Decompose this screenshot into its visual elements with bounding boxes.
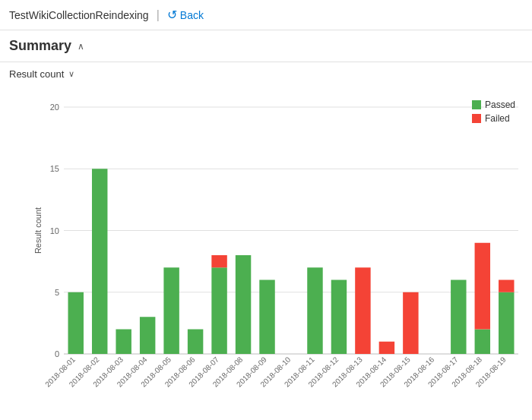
dropdown-arrow-icon[interactable]: ∨ xyxy=(68,69,74,79)
svg-rect-24 xyxy=(211,255,226,267)
svg-text:10: 10 xyxy=(50,226,59,235)
svg-rect-35 xyxy=(355,267,370,354)
legend-failed-label: Failed xyxy=(485,113,510,124)
svg-text:20: 20 xyxy=(50,103,59,112)
svg-rect-23 xyxy=(211,267,226,354)
svg-text:5: 5 xyxy=(55,288,59,297)
chart-legend: Passed Failed xyxy=(472,99,515,124)
dropdown-label: Result count xyxy=(9,68,64,80)
chevron-up-icon[interactable]: ∧ xyxy=(78,41,84,52)
svg-rect-21 xyxy=(188,330,203,355)
svg-rect-44 xyxy=(475,330,490,355)
svg-rect-17 xyxy=(140,317,155,354)
svg-rect-45 xyxy=(475,243,490,330)
svg-text:0: 0 xyxy=(55,349,59,358)
back-icon: ↺ xyxy=(167,8,177,22)
svg-rect-26 xyxy=(236,255,251,354)
legend-failed: Failed xyxy=(472,113,515,124)
svg-text:15: 15 xyxy=(50,164,59,173)
page-title: TestWikiCollectionReindexing xyxy=(9,9,149,21)
back-button[interactable]: ↺ Back xyxy=(167,8,204,22)
legend-passed: Passed xyxy=(472,99,515,110)
summary-section: Summary ∧ xyxy=(0,30,532,62)
svg-rect-31 xyxy=(307,267,322,354)
header-separator: | xyxy=(157,8,160,22)
legend-failed-box xyxy=(472,114,481,123)
svg-rect-19 xyxy=(163,267,179,354)
svg-rect-13 xyxy=(92,169,107,354)
legend-passed-box xyxy=(472,100,481,109)
chart-wrapper: Passed Failed 051015202018-08-012018-08-… xyxy=(9,92,523,396)
svg-rect-11 xyxy=(68,292,84,354)
bar-chart-svg: 051015202018-08-012018-08-022018-08-0320… xyxy=(32,92,532,396)
back-label: Back xyxy=(180,9,204,21)
svg-rect-33 xyxy=(331,280,347,355)
chart-container: Result count ∨ Passed Failed 05101520201… xyxy=(0,62,532,405)
svg-rect-15 xyxy=(116,330,131,355)
svg-rect-48 xyxy=(499,280,514,292)
legend-passed-label: Passed xyxy=(485,99,515,110)
svg-rect-39 xyxy=(403,292,418,354)
svg-rect-37 xyxy=(379,342,394,354)
page-header: TestWikiCollectionReindexing | ↺ Back xyxy=(0,0,532,30)
summary-title: Summary xyxy=(9,38,71,54)
svg-text:Result count: Result count xyxy=(33,207,43,254)
svg-rect-42 xyxy=(451,280,466,355)
summary-header: Summary ∧ xyxy=(9,38,523,54)
svg-rect-28 xyxy=(259,280,274,355)
dropdown-row: Result count ∨ xyxy=(9,68,523,80)
svg-rect-47 xyxy=(499,292,514,354)
